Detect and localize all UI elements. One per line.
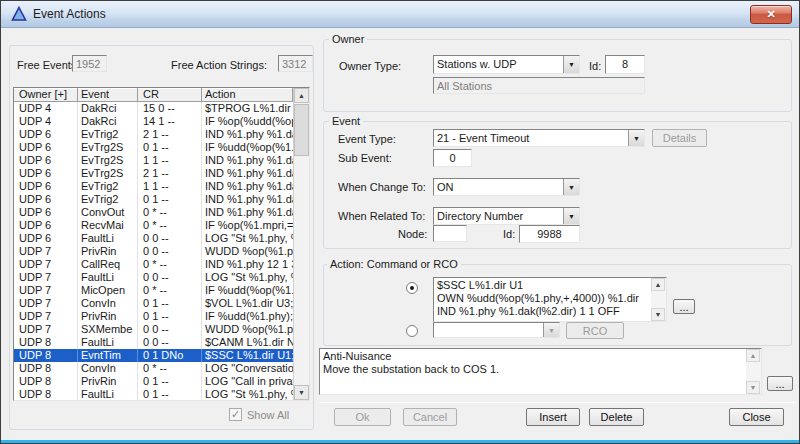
chevron-down-icon[interactable]: ▼ (563, 179, 579, 195)
note-more-button[interactable]: ... (767, 376, 793, 391)
table-row[interactable]: UDP 8ConvIn0 * --LOG "Conversation (14, 362, 293, 375)
table-cell-event: RecvMai (78, 219, 138, 232)
table-row[interactable]: UDP 8FaultLi0 0 --$CANM L%1.dir NO (14, 336, 293, 349)
when-related-to-combo[interactable]: Directory Number ▼ (433, 207, 580, 225)
table-cell-cr: 1 1 -- (138, 180, 202, 193)
table-cell-action: LOG "Conversation (202, 362, 293, 375)
table-row[interactable]: UDP 7ConvIn0 1 --$VOL L%1.dir U3;I (14, 297, 293, 310)
table-cell-owner: UDP 6 (14, 154, 78, 167)
table-row[interactable]: UDP 8FaultLi0 1 --LOG "St %1.phy, % (14, 388, 293, 400)
table-cell-action: LOG "St %1.phy, % (202, 271, 293, 284)
free-action-strings-value: 3312 (278, 55, 313, 72)
column-header[interactable]: Action (202, 88, 293, 102)
rco-radio[interactable] (406, 325, 418, 337)
free-events-value: 1952 (72, 55, 107, 72)
owner-id-field[interactable]: 8 (605, 55, 645, 74)
scroll-up-icon[interactable]: ▲ (651, 278, 665, 291)
scroll-down-icon[interactable]: ▼ (294, 385, 309, 400)
table-cell-cr: 0 0 -- (138, 232, 202, 245)
table-cell-action: IF %udd(%1.phy);$ (202, 310, 293, 323)
chevron-down-icon[interactable]: ▼ (563, 208, 579, 224)
table-cell-action: $VOL L%1.dir U3;I (202, 297, 293, 310)
scrollbar-thumb[interactable] (294, 104, 309, 156)
table-row[interactable]: UDP 6ConvOut0 * --IND %1.phy %1.da (14, 206, 293, 219)
table-cell-action: IND %1.phy %1.da (202, 128, 293, 141)
table-row[interactable]: UDP 6EvTrig22 1 --IND %1.phy %1.da (14, 128, 293, 141)
table-row[interactable]: UDP 6EvTrig20 1 --IND %1.phy %1.da (14, 193, 293, 206)
table-cell-action: IND %1.phy 12 1 3 (202, 258, 293, 271)
table-cell-owner: UDP 8 (14, 349, 78, 362)
app-triangle-icon (11, 6, 27, 22)
delete-button[interactable]: Delete (589, 408, 644, 426)
table-cell-cr: 0 1 -- (138, 388, 202, 400)
scroll-up-icon[interactable]: ▲ (294, 88, 309, 103)
table-row[interactable]: UDP 8PrivRin0 1 --LOG "Call in privat (14, 375, 293, 388)
table-row[interactable]: UDP 8EvntTim0 1 DNo$SSC L%1.dir U1;O (14, 349, 293, 362)
table-row[interactable]: UDP 6EvTrg2S2 1 --IND %1.phy %1.da (14, 167, 293, 180)
column-header[interactable]: CR (138, 88, 202, 102)
table-cell-action: IF %udd(%op(%1.pl (202, 141, 293, 154)
events-table-scrollbar[interactable]: ▲ ▼ (293, 88, 309, 400)
table-row[interactable]: UDP 7PrivRin0 0 --WUDD %op(%1.ph (14, 245, 293, 258)
chevron-down-icon[interactable]: ▼ (628, 130, 644, 146)
chevron-down-icon[interactable]: ▼ (563, 56, 579, 73)
table-row[interactable]: UDP 4DakRci15 0 --$TPROG L%1.dir U (14, 102, 293, 115)
owner-type-combo[interactable]: Stations w. UDP ▼ (433, 55, 580, 74)
details-button: Details (652, 129, 707, 147)
column-header[interactable]: Event (78, 88, 138, 102)
window-bottom-accent (1, 440, 799, 443)
command-textarea[interactable]: $SSC L%1.dir U1 OWN %udd(%op(%1.phy,+,40… (433, 277, 667, 322)
insert-button[interactable]: Insert (526, 408, 580, 426)
table-cell-cr: 0 1 -- (138, 141, 202, 154)
column-header[interactable]: Owner [+] (14, 88, 78, 102)
table-cell-event: DakRci (78, 102, 138, 115)
table-row[interactable]: UDP 7FaultLi0 0 --LOG "St %1.phy, % (14, 271, 293, 284)
table-cell-owner: UDP 6 (14, 193, 78, 206)
when-change-to-combo[interactable]: ON ▼ (433, 178, 580, 196)
table-cell-owner: UDP 6 (14, 206, 78, 219)
table-row[interactable]: UDP 4DakRci14 1 --IF %op(%udd(%op( (14, 115, 293, 128)
scroll-down-icon[interactable]: ▼ (651, 308, 665, 321)
events-table-header: Owner [+]EventCRAction (14, 88, 309, 102)
table-row[interactable]: UDP 6EvTrg2S0 1 --IF %udd(%op(%1.pl (14, 141, 293, 154)
table-row[interactable]: UDP 7MicOpen0 * --IF %udd(%op(%1.pl (14, 284, 293, 297)
table-cell-action: $CANM L%1.dir NO (202, 336, 293, 349)
table-row[interactable]: UDP 6FaultLi0 0 --LOG "St %1.phy, % (14, 232, 293, 245)
table-cell-owner: UDP 7 (14, 258, 78, 271)
close-icon[interactable]: ✕ (750, 5, 792, 24)
table-row[interactable]: UDP 6EvTrg2S1 1 --IND %1.phy %1.da (14, 154, 293, 167)
table-cell-owner: UDP 6 (14, 180, 78, 193)
table-cell-action: IND %1.phy %1.da (202, 180, 293, 193)
sub-event-field[interactable]: 0 (433, 149, 472, 167)
table-cell-owner: UDP 7 (14, 284, 78, 297)
scroll-down-icon[interactable]: ▼ (746, 381, 760, 394)
table-cell-owner: UDP 7 (14, 297, 78, 310)
table-cell-event: FaultLi (78, 336, 138, 349)
command-radio[interactable] (406, 282, 418, 294)
close-button[interactable]: Close (729, 408, 784, 426)
table-row[interactable]: UDP 7SXMembe0 0 --WUDD %op(%1.ph (14, 323, 293, 336)
title-bar[interactable]: Event Actions ✕ (1, 1, 799, 28)
table-row[interactable]: UDP 6RecvMai0 * --IF %op(%1.mpri,=,4 (14, 219, 293, 232)
table-cell-event: FaultLi (78, 388, 138, 400)
table-cell-owner: UDP 8 (14, 336, 78, 349)
event-id-field[interactable]: 9988 (519, 225, 580, 243)
table-row[interactable]: UDP 7CallReq0 * --IND %1.phy 12 1 3 (14, 258, 293, 271)
table-cell-event: ConvOut (78, 206, 138, 219)
table-cell-action: IND %1.phy %1.da (202, 167, 293, 180)
scroll-up-icon[interactable]: ▲ (746, 349, 760, 362)
command-scrollbar[interactable]: ▲ ▼ (651, 278, 666, 321)
table-cell-owner: UDP 6 (14, 219, 78, 232)
note-textarea[interactable]: Anti-Nuisance Move the substation back t… (319, 348, 762, 395)
command-more-button[interactable]: ... (673, 299, 695, 314)
table-row[interactable]: UDP 6EvTrig21 1 --IND %1.phy %1.da (14, 180, 293, 193)
table-cell-event: EvTrig2 (78, 128, 138, 141)
table-row[interactable]: UDP 7PrivRin0 1 --IF %udd(%1.phy);$ (14, 310, 293, 323)
event-type-combo[interactable]: 21 - Event Timeout ▼ (433, 129, 645, 147)
table-cell-cr: 0 1 -- (138, 193, 202, 206)
node-field[interactable] (433, 225, 467, 242)
table-cell-cr: 2 1 -- (138, 167, 202, 180)
note-scrollbar[interactable]: ▲ ▼ (746, 349, 761, 394)
owner-group (323, 39, 792, 112)
owner-id-label: Id: (589, 60, 601, 72)
